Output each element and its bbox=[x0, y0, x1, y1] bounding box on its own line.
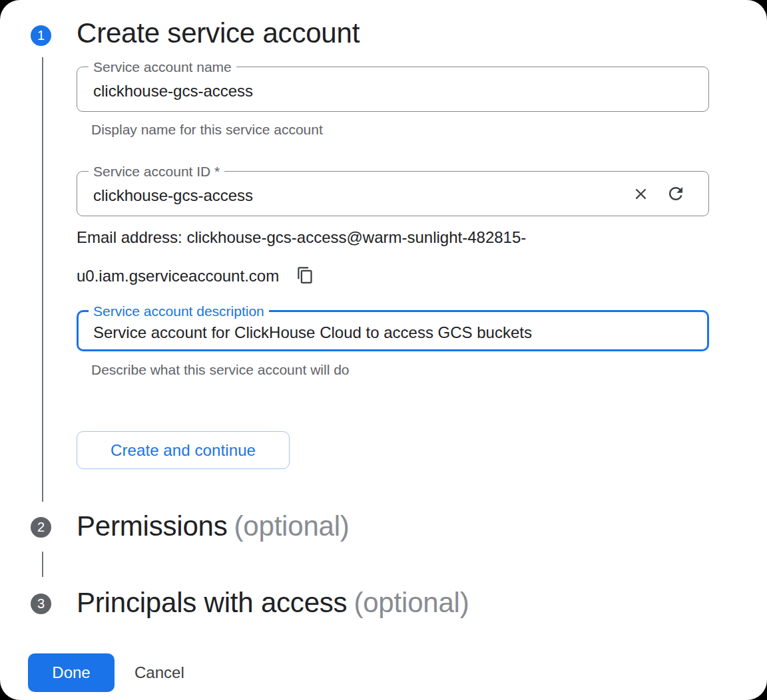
service-account-description-label: Service account description bbox=[89, 303, 269, 319]
refresh-icon bbox=[666, 184, 686, 204]
step-2-title-text: Permissions bbox=[77, 510, 228, 542]
email-line-1: Email address: clickhouse-gcs-access@war… bbox=[77, 218, 729, 257]
step-3-title-text: Principals with access bbox=[77, 587, 347, 618]
copy-email-button[interactable] bbox=[296, 266, 314, 286]
step-3-optional-text: (optional) bbox=[354, 587, 469, 618]
step-2-number: 2 bbox=[37, 520, 45, 535]
step-2-optional-text: (optional) bbox=[234, 510, 350, 542]
service-account-name-helper: Display name for this service account bbox=[91, 121, 323, 138]
step-3-number: 3 bbox=[37, 596, 45, 612]
close-icon bbox=[632, 185, 650, 203]
service-account-email-text: Email address: clickhouse-gcs-access@war… bbox=[77, 218, 729, 295]
service-account-name-input[interactable] bbox=[77, 78, 708, 100]
service-account-description-field: Service account description bbox=[77, 310, 709, 351]
email-line-2-text: u0.iam.gserviceaccount.com bbox=[77, 267, 279, 285]
create-and-continue-button[interactable]: Create and continue bbox=[77, 431, 290, 469]
step-1-title: Create service account bbox=[77, 17, 360, 49]
email-line-2: u0.iam.gserviceaccount.com bbox=[77, 257, 729, 295]
step-1-indicator: 1 bbox=[31, 25, 51, 46]
step-connector-line-1 bbox=[42, 57, 43, 502]
service-account-name-label: Service account name bbox=[89, 59, 236, 75]
step-2-indicator: 2 bbox=[31, 517, 51, 538]
step-2-title: Permissions(optional) bbox=[77, 510, 350, 542]
step-connector-line-2 bbox=[42, 552, 43, 577]
copy-icon bbox=[296, 266, 314, 284]
service-account-description-helper: Describe what this service account will … bbox=[91, 361, 350, 378]
done-button[interactable]: Done bbox=[28, 653, 115, 692]
id-field-actions bbox=[632, 184, 708, 204]
step-1-number: 1 bbox=[37, 28, 45, 43]
create-service-account-dialog: 1 Create service account Service account… bbox=[0, 0, 767, 700]
service-account-id-field: Service account ID * bbox=[77, 171, 709, 216]
service-account-description-input[interactable] bbox=[79, 319, 707, 342]
service-account-id-input[interactable] bbox=[77, 182, 632, 205]
cancel-button[interactable]: Cancel bbox=[117, 653, 202, 692]
service-account-name-field: Service account name bbox=[77, 67, 709, 112]
step-3-title: Principals with access(optional) bbox=[77, 587, 469, 619]
step-1-title-text: Create service account bbox=[77, 17, 360, 49]
regenerate-id-button[interactable] bbox=[666, 184, 686, 204]
service-account-id-label: Service account ID * bbox=[89, 163, 224, 180]
clear-id-button[interactable] bbox=[632, 185, 650, 203]
step-3-indicator: 3 bbox=[31, 594, 51, 614]
